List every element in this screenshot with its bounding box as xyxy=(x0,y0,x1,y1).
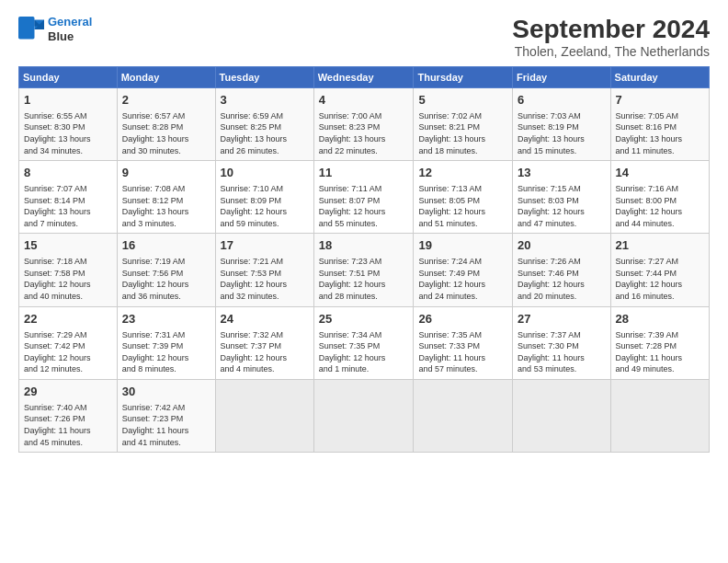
day-info: Sunrise: 7:03 AMSunset: 8:19 PMDaylight:… xyxy=(518,110,605,156)
col-thursday: Thursday xyxy=(414,67,513,88)
calendar-cell: 10Sunrise: 7:10 AMSunset: 8:09 PMDayligh… xyxy=(215,161,313,234)
col-sunday: Sunday xyxy=(19,67,118,88)
day-number: 16 xyxy=(122,237,210,255)
day-info: Sunrise: 7:07 AMSunset: 8:14 PMDaylight:… xyxy=(24,183,112,229)
calendar-cell: 8Sunrise: 7:07 AMSunset: 8:14 PMDaylight… xyxy=(19,161,118,234)
day-info: Sunrise: 7:23 AMSunset: 7:51 PMDaylight:… xyxy=(319,256,409,302)
day-number: 4 xyxy=(319,92,409,109)
day-number: 11 xyxy=(319,165,409,182)
calendar-week-5: 29Sunrise: 7:40 AMSunset: 7:26 PMDayligh… xyxy=(19,379,710,452)
col-friday: Friday xyxy=(513,67,610,88)
calendar-cell xyxy=(513,379,610,452)
day-info: Sunrise: 7:13 AMSunset: 8:05 PMDaylight:… xyxy=(418,183,507,229)
day-number: 18 xyxy=(319,237,409,255)
day-number: 6 xyxy=(518,92,605,109)
day-number: 2 xyxy=(122,92,210,109)
day-number: 25 xyxy=(319,311,409,328)
calendar-cell: 4Sunrise: 7:00 AMSunset: 8:23 PMDaylight… xyxy=(313,88,414,161)
day-number: 12 xyxy=(418,165,507,182)
day-info: Sunrise: 7:11 AMSunset: 8:07 PMDaylight:… xyxy=(319,183,409,229)
day-info: Sunrise: 7:27 AMSunset: 7:44 PMDaylight:… xyxy=(616,256,704,302)
calendar-cell xyxy=(610,379,709,452)
day-number: 9 xyxy=(122,165,210,182)
calendar-week-1: 1Sunrise: 6:55 AMSunset: 8:30 PMDaylight… xyxy=(19,88,710,161)
day-info: Sunrise: 7:00 AMSunset: 8:23 PMDaylight:… xyxy=(319,110,409,156)
day-number: 26 xyxy=(418,311,507,328)
day-info: Sunrise: 7:35 AMSunset: 7:33 PMDaylight:… xyxy=(418,329,507,375)
calendar-cell: 18Sunrise: 7:23 AMSunset: 7:51 PMDayligh… xyxy=(313,234,414,306)
day-info: Sunrise: 7:21 AMSunset: 7:53 PMDaylight:… xyxy=(221,256,309,302)
day-number: 5 xyxy=(418,92,507,109)
day-number: 30 xyxy=(122,384,210,401)
calendar-cell: 14Sunrise: 7:16 AMSunset: 8:00 PMDayligh… xyxy=(610,161,709,234)
day-info: Sunrise: 7:08 AMSunset: 8:12 PMDaylight:… xyxy=(122,183,210,229)
calendar-cell: 3Sunrise: 6:59 AMSunset: 8:25 PMDaylight… xyxy=(215,88,313,161)
calendar-cell: 16Sunrise: 7:19 AMSunset: 7:56 PMDayligh… xyxy=(117,234,215,306)
day-number: 24 xyxy=(221,311,309,328)
day-info: Sunrise: 7:19 AMSunset: 7:56 PMDaylight:… xyxy=(122,256,210,302)
day-info: Sunrise: 7:40 AMSunset: 7:26 PMDaylight:… xyxy=(24,402,112,448)
day-info: Sunrise: 7:05 AMSunset: 8:16 PMDaylight:… xyxy=(616,110,704,156)
calendar-cell: 27Sunrise: 7:37 AMSunset: 7:30 PMDayligh… xyxy=(513,306,610,379)
col-saturday: Saturday xyxy=(610,67,709,88)
day-number: 20 xyxy=(518,237,605,255)
calendar-cell: 5Sunrise: 7:02 AMSunset: 8:21 PMDaylight… xyxy=(414,88,513,161)
calendar-body: 1Sunrise: 6:55 AMSunset: 8:30 PMDaylight… xyxy=(19,88,710,453)
day-number: 3 xyxy=(221,92,309,109)
day-number: 10 xyxy=(221,165,309,182)
page-subtitle: Tholen, Zeeland, The Netherlands xyxy=(512,44,710,59)
calendar-cell xyxy=(313,379,414,452)
day-info: Sunrise: 7:24 AMSunset: 7:49 PMDaylight:… xyxy=(418,256,507,302)
calendar-cell xyxy=(414,379,513,452)
day-number: 29 xyxy=(24,384,112,401)
day-number: 1 xyxy=(24,92,112,109)
day-info: Sunrise: 7:34 AMSunset: 7:35 PMDaylight:… xyxy=(319,329,409,375)
svg-rect-3 xyxy=(18,17,35,40)
day-info: Sunrise: 7:39 AMSunset: 7:28 PMDaylight:… xyxy=(616,329,704,375)
day-number: 19 xyxy=(418,237,507,255)
day-number: 21 xyxy=(616,237,704,255)
day-info: Sunrise: 7:32 AMSunset: 7:37 PMDaylight:… xyxy=(221,329,309,375)
day-number: 22 xyxy=(24,311,112,328)
calendar-cell: 25Sunrise: 7:34 AMSunset: 7:35 PMDayligh… xyxy=(313,306,414,379)
day-number: 8 xyxy=(24,165,112,182)
page: General Blue September 2024 Tholen, Zeel… xyxy=(0,0,728,563)
day-number: 15 xyxy=(24,237,112,255)
day-info: Sunrise: 7:29 AMSunset: 7:42 PMDaylight:… xyxy=(24,329,112,375)
calendar-cell: 23Sunrise: 7:31 AMSunset: 7:39 PMDayligh… xyxy=(117,306,215,379)
calendar-cell xyxy=(215,379,313,452)
day-number: 17 xyxy=(221,237,309,255)
title-block: September 2024 Tholen, Zeeland, The Neth… xyxy=(512,15,710,59)
calendar-cell: 11Sunrise: 7:11 AMSunset: 8:07 PMDayligh… xyxy=(313,161,414,234)
day-info: Sunrise: 7:31 AMSunset: 7:39 PMDaylight:… xyxy=(122,329,210,375)
day-number: 14 xyxy=(616,165,704,182)
day-info: Sunrise: 7:37 AMSunset: 7:30 PMDaylight:… xyxy=(518,329,605,375)
calendar-cell: 1Sunrise: 6:55 AMSunset: 8:30 PMDaylight… xyxy=(19,88,118,161)
col-monday: Monday xyxy=(117,67,215,88)
day-info: Sunrise: 7:10 AMSunset: 8:09 PMDaylight:… xyxy=(221,183,309,229)
calendar-week-4: 22Sunrise: 7:29 AMSunset: 7:42 PMDayligh… xyxy=(19,306,710,379)
header-row: Sunday Monday Tuesday Wednesday Thursday… xyxy=(19,67,710,88)
calendar-cell: 6Sunrise: 7:03 AMSunset: 8:19 PMDaylight… xyxy=(513,88,610,161)
calendar-cell: 2Sunrise: 6:57 AMSunset: 8:28 PMDaylight… xyxy=(117,88,215,161)
calendar-week-3: 15Sunrise: 7:18 AMSunset: 7:58 PMDayligh… xyxy=(19,234,710,306)
day-number: 28 xyxy=(616,311,704,328)
calendar-cell: 30Sunrise: 7:42 AMSunset: 7:23 PMDayligh… xyxy=(117,379,215,452)
calendar-cell: 15Sunrise: 7:18 AMSunset: 7:58 PMDayligh… xyxy=(19,234,118,306)
calendar-cell: 17Sunrise: 7:21 AMSunset: 7:53 PMDayligh… xyxy=(215,234,313,306)
logo: General Blue xyxy=(18,15,92,43)
day-info: Sunrise: 7:02 AMSunset: 8:21 PMDaylight:… xyxy=(418,110,507,156)
calendar-cell: 9Sunrise: 7:08 AMSunset: 8:12 PMDaylight… xyxy=(117,161,215,234)
page-title: September 2024 xyxy=(512,15,710,44)
logo-text: General Blue xyxy=(48,15,92,43)
day-number: 27 xyxy=(518,311,605,328)
day-info: Sunrise: 7:18 AMSunset: 7:58 PMDaylight:… xyxy=(24,256,112,302)
calendar-cell: 12Sunrise: 7:13 AMSunset: 8:05 PMDayligh… xyxy=(414,161,513,234)
logo-icon xyxy=(18,17,44,42)
header: General Blue September 2024 Tholen, Zeel… xyxy=(18,15,710,59)
col-tuesday: Tuesday xyxy=(215,67,313,88)
calendar-header: Sunday Monday Tuesday Wednesday Thursday… xyxy=(19,67,710,88)
day-info: Sunrise: 6:59 AMSunset: 8:25 PMDaylight:… xyxy=(221,110,309,156)
calendar-week-2: 8Sunrise: 7:07 AMSunset: 8:14 PMDaylight… xyxy=(19,161,710,234)
col-wednesday: Wednesday xyxy=(313,67,414,88)
